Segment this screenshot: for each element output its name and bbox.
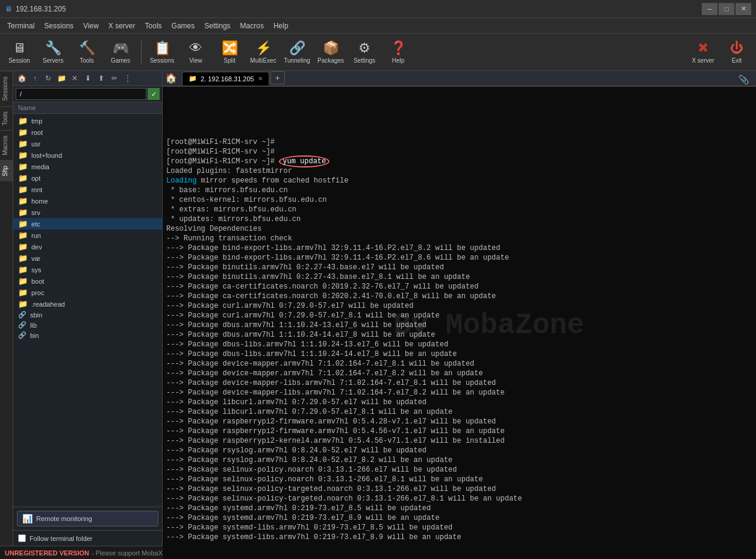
menu-games[interactable]: Games [167,20,200,32]
maximize-button[interactable]: □ [719,3,734,15]
main-layout: Sessions Tools Macros Sftp 🏠 ↑ ↻ 📁 ✕ ⬇ ⬆… [0,71,756,546]
folder-icon: 📁 [18,139,28,148]
file-upload-button[interactable]: ⬆ [95,73,107,84]
file-item-readahead[interactable]: 📁 .readahead [13,298,162,310]
file-item-root[interactable]: 📁 root [13,126,162,138]
session-label: Session [8,57,30,64]
folder-icon: 📁 [18,173,28,183]
follow-folder-checkbox[interactable] [18,534,26,542]
unregistered-label: UNREGISTERED VERSION [5,549,89,557]
side-tab-macros[interactable]: Macros [0,130,13,160]
file-item-label: dev [31,243,42,251]
file-item-label: media [31,163,49,170]
session-icon: 🖥 [13,40,26,56]
toolbar-packages[interactable]: 📦 Packages [315,36,346,69]
toolbar-servers[interactable]: 🔧 Servers [37,36,69,69]
minimize-button[interactable]: ─ [702,3,717,15]
view-label: View [189,57,202,64]
toolbar-exit[interactable]: ⏻ Exit [721,36,752,69]
close-button[interactable]: ✕ [736,3,751,15]
menu-tools[interactable]: Tools [140,20,167,32]
menu-help[interactable]: Help [269,20,293,32]
tunneling-icon: 🔗 [289,40,305,56]
xserver-label: X server [692,57,714,64]
file-more-button[interactable]: ⋮ [122,73,134,84]
multiexec-label: MultiExec [250,57,276,64]
remote-monitoring-button[interactable]: 📊 Remote monitoring [17,511,158,526]
file-download-button[interactable]: ⬇ [82,73,94,84]
toolbar-view[interactable]: 👁 View [180,36,211,69]
file-item-lib[interactable]: 🔗 lib [13,320,162,330]
tab-close-button[interactable]: ✕ [258,75,263,82]
tab-add-button[interactable]: + [270,71,285,84]
file-item-home[interactable]: 📁 home [13,195,162,207]
file-item-var[interactable]: 📁 var [13,252,162,264]
toolbar-tools[interactable]: 🔨 Tools [71,36,102,69]
folder-icon: 📁 [18,288,28,297]
file-home-button[interactable]: 🏠 [16,73,28,84]
file-item-sbin[interactable]: 🔗 sbin [13,310,162,320]
file-item-lost-found[interactable]: 📁 lost+found [13,149,162,161]
file-item-media[interactable]: 📁 media [13,161,162,172]
file-item-boot[interactable]: 📁 boot [13,275,162,287]
folder-icon: 📁 [18,185,28,194]
file-item-proc[interactable]: 📁 proc [13,287,162,298]
toolbar-sessions[interactable]: 📋 Sessions [146,36,178,69]
file-refresh-button[interactable]: ↻ [42,73,54,84]
file-up-button[interactable]: ↑ [29,73,41,84]
toolbar-session[interactable]: 🖥 Session [4,36,35,69]
file-item-label: .readahead [31,301,65,308]
file-mkdir-button[interactable]: 📁 [55,73,67,84]
terminal-line: ---> Package dbus.armv7hl 1:1.10.24-14.e… [166,330,752,340]
terminal-line: ---> Package dbus-libs.armv7hl 1:1.10.24… [166,349,752,359]
terminal-line: ---> Package device-mapper.armv7hl 7:1.0… [166,369,752,378]
terminal-lines: [root@MiWiFi-R1CM-srv ~]#[root@MiWiFi-R1… [166,137,752,542]
file-item-label: sbin [30,311,42,319]
folder-icon: 📁 [18,196,28,205]
toolbar-sep-1 [141,40,142,64]
menu-xserver[interactable]: X server [104,20,140,32]
servers-label: Servers [43,57,63,64]
file-item-sys[interactable]: 📁 sys [13,264,162,275]
side-tab-sessions[interactable]: Sessions [0,71,13,106]
toolbar-multiexec[interactable]: ⚡ MultiExec [248,36,279,69]
menu-sessions[interactable]: Sessions [39,20,78,32]
side-tab-tools[interactable]: Tools [0,106,13,130]
terminal-line: --> Running transaction check [166,234,752,243]
file-item-dev[interactable]: 📁 dev [13,241,162,252]
file-rename-button[interactable]: ✏ [108,73,120,84]
menu-view[interactable]: View [78,20,104,32]
file-delete-button[interactable]: ✕ [69,73,81,84]
file-item-run[interactable]: 📁 run [13,230,162,241]
file-item-label: lost+found [31,152,62,159]
folder-icon: 📁 [18,219,28,228]
toolbar-tunneling[interactable]: 🔗 Tunneling [281,36,313,69]
toolbar-split[interactable]: 🔀 Split [214,36,245,69]
terminal-line: ---> Package systemd-libs.armv7hl 0:219-… [166,532,752,542]
file-item-label: tmp [31,117,42,125]
menu-settings[interactable]: Settings [199,20,235,32]
toolbar-xserver[interactable]: ✖ X server [687,36,719,69]
file-item-srv[interactable]: 📁 srv [13,207,162,218]
toolbar-settings[interactable]: ⚙ Settings [349,36,380,69]
file-item-etc[interactable]: 📁 etc [13,218,162,230]
terminal-line: ---> Package ca-certificates.noarch 0:20… [166,292,752,301]
file-item-opt[interactable]: 📁 opt [13,172,162,184]
file-item-label: run [31,232,41,239]
file-item-tmp[interactable]: 📁 tmp [13,115,162,126]
path-go-button[interactable]: ✓ [148,88,160,100]
terminal-content[interactable]: By MobaZone [root@MiWiFi-R1CM-srv ~]#[ro… [163,87,756,559]
file-item-usr[interactable]: 📁 usr [13,138,162,149]
file-item-bin[interactable]: 🔗 bin [13,330,162,340]
toolbar-help[interactable]: ❓ Help [383,36,414,69]
toolbar-games[interactable]: 🎮 Games [105,36,136,69]
menu-terminal[interactable]: Terminal [2,20,39,32]
side-tab-sftp[interactable]: Sftp [0,160,13,181]
path-input[interactable] [16,88,146,100]
follow-folder-label[interactable]: Follow terminal folder [30,535,93,542]
menu-macros[interactable]: Macros [236,20,269,32]
exit-icon: ⏻ [730,40,743,56]
terminal-tab-1[interactable]: 📁 2. 192.168.31.205 ✕ [182,72,269,86]
file-item-label: root [31,129,43,136]
file-item-mnt[interactable]: 📁 mnt [13,184,162,195]
